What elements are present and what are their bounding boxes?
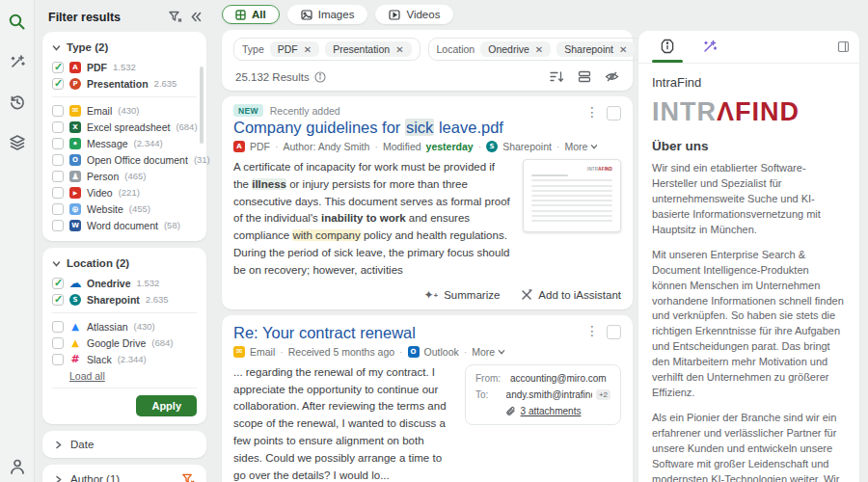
collections-nav-button[interactable] [4, 129, 31, 156]
checkbox[interactable] [52, 337, 64, 349]
checkbox[interactable] [52, 321, 64, 333]
kebab-menu-icon[interactable]: ⋮ [578, 104, 607, 120]
result-title-link[interactable]: Re: Your contract renewal [233, 324, 578, 342]
info-icon[interactable] [314, 71, 326, 83]
scrollbar[interactable] [200, 67, 203, 144]
checkbox[interactable] [52, 171, 64, 182]
checkbox[interactable] [52, 354, 64, 365]
collapse-panel-icon[interactable] [837, 40, 850, 53]
filter-section-date[interactable]: Date [42, 431, 206, 458]
search-nav-button[interactable] [4, 8, 31, 35]
sort-icon[interactable] [550, 70, 564, 83]
filter-option-excel[interactable]: Excel spreadsheet(684) [52, 119, 197, 135]
filter-section-type: Type (2) PDF1.532 Presentation2.635 Emai… [42, 32, 206, 241]
filter-option-email[interactable]: Email(430) [52, 102, 197, 119]
sharepoint-icon [486, 141, 498, 152]
more-dropdown[interactable]: More [564, 141, 598, 152]
filter-option-onedrive[interactable]: Onedrive1.532 [52, 275, 197, 291]
checkbox[interactable] [52, 154, 64, 166]
close-icon[interactable]: ✕ [395, 44, 403, 55]
ai-wand-tab-icon [702, 39, 718, 54]
density-icon[interactable] [578, 70, 591, 83]
result-title-link[interactable]: Company guidelines for sick leave.pdf [233, 119, 578, 137]
result-select-checkbox[interactable] [607, 325, 621, 339]
iassistant-wand-icon [521, 289, 532, 301]
history-nav-button[interactable] [4, 89, 31, 116]
document-preview-thumbnail[interactable]: INTRAFIND [523, 159, 621, 232]
checkbox-checked[interactable] [52, 294, 64, 306]
email-to-value: andy.smith@intrafind... [506, 389, 592, 400]
email-from-value: accounting@miro.com [510, 373, 607, 384]
load-all-link[interactable]: Load all [52, 367, 197, 388]
slack-icon [69, 354, 81, 365]
filter-option-video[interactable]: Video(221) [52, 184, 197, 201]
checkbox[interactable] [52, 187, 64, 199]
filter-option-word[interactable]: Word document(58) [52, 217, 197, 233]
chip-pdf[interactable]: PDF✕ [270, 41, 319, 57]
checkbox[interactable] [52, 105, 64, 117]
filter-panel: Filter results Type (2) PDF1.532 Present… [35, 0, 214, 482]
apply-button[interactable]: Apply [136, 395, 197, 416]
kebab-menu-icon[interactable]: ⋮ [578, 323, 607, 338]
user-icon [9, 458, 26, 475]
close-icon[interactable]: ✕ [304, 44, 312, 55]
preview-toggle-icon[interactable] [605, 70, 619, 83]
atlassian-icon [69, 321, 81, 333]
filter-option-website[interactable]: Website(455) [52, 201, 197, 217]
collapse-filters-icon[interactable] [190, 11, 203, 23]
intrafind-logo: INTRΛFIND [652, 97, 846, 127]
checkbox-checked[interactable] [52, 62, 64, 73]
summarize-button[interactable]: ✦˖Summarize [423, 288, 500, 302]
filter-option-openoffice[interactable]: Open Office document(31) [52, 151, 197, 168]
tab-ai-assistant[interactable] [691, 32, 729, 62]
checkbox[interactable] [52, 220, 64, 231]
filter-option-pdf[interactable]: PDF1.532 [52, 59, 197, 75]
app-rail [0, 0, 35, 482]
filter-section-type-header[interactable]: Type (2) [52, 40, 197, 59]
chip-group-location: Location Onedrive✕ Sharepoint✕ [428, 38, 644, 61]
detail-title: IntraFind [652, 75, 846, 90]
more-dropdown[interactable]: More [472, 346, 505, 358]
result-item-1: NEW Recently added Company guidelines fo… [222, 96, 633, 309]
filter-option-slack[interactable]: Slack(2.344) [52, 351, 197, 367]
filter-section-location-header[interactable]: Location (2) [52, 255, 197, 275]
checkbox[interactable] [52, 203, 64, 215]
chevron-down-icon [52, 259, 61, 268]
tab-images[interactable]: Images [287, 5, 368, 24]
add-to-iassistant-button[interactable]: Add to iAssistant [521, 288, 621, 302]
close-icon[interactable]: ✕ [619, 44, 627, 55]
clear-author-filter-icon[interactable] [181, 472, 195, 482]
email-icon [233, 346, 245, 358]
tab-videos[interactable]: Videos [375, 5, 453, 24]
filter-option-presentation[interactable]: Presentation2.635 [52, 75, 197, 92]
checkbox[interactable] [52, 138, 64, 149]
close-icon[interactable]: ✕ [535, 44, 543, 55]
filter-option-googledrive[interactable]: Google Drive(684) [52, 335, 197, 351]
active-filters-card: Type PDF✕ Presentation✕ Location Onedriv… [222, 30, 633, 91]
chip-sharepoint[interactable]: Sharepoint✕ [556, 41, 635, 57]
checkbox-checked[interactable] [52, 278, 64, 289]
results-count: 25.132 Results [235, 71, 310, 83]
user-profile-button[interactable] [4, 453, 31, 480]
filter-option-atlassian[interactable]: Atlassian(430) [52, 318, 197, 335]
about-paragraph: Als ein Pionier der Branche sind wir ein… [652, 411, 846, 482]
checkbox-checked[interactable] [52, 78, 64, 90]
result-select-checkbox[interactable] [607, 106, 621, 120]
new-badge: NEW [233, 104, 263, 117]
chip-onedrive[interactable]: Onedrive✕ [480, 41, 551, 57]
detail-panel: IntraFind INTRΛFIND Über uns Wir sind ei… [638, 31, 859, 482]
tab-all[interactable]: All [222, 5, 280, 24]
filter-option-person[interactable]: Person(465) [52, 168, 197, 184]
checkbox[interactable] [52, 121, 64, 133]
outlook-icon [408, 346, 420, 358]
assistant-nav-button[interactable] [4, 48, 31, 75]
filter-option-sharepoint[interactable]: Sharepoint2.635 [52, 291, 197, 308]
clear-filters-icon[interactable] [168, 10, 182, 24]
filter-option-message[interactable]: Message(2.344) [52, 135, 197, 151]
tab-info[interactable] [648, 32, 687, 62]
more-recipients-badge[interactable]: +2 [596, 389, 610, 400]
chip-group-type: Type PDF✕ Presentation✕ [233, 38, 420, 61]
filter-section-author[interactable]: Author (1) [42, 465, 206, 482]
chip-presentation[interactable]: Presentation✕ [325, 41, 411, 57]
attachments-link[interactable]: 3 attachments [521, 406, 582, 416]
